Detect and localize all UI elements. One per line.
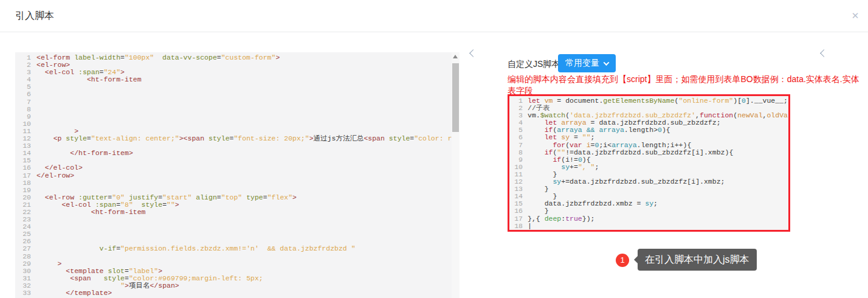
line-number: 6 xyxy=(15,91,31,98)
line-number: 32 xyxy=(15,282,31,289)
close-icon[interactable]: ✕ xyxy=(847,8,863,24)
common-variables-label: 常用变量 xyxy=(565,58,599,69)
code-line: 1let vm = document.getElementsByName("on… xyxy=(509,97,788,105)
line-number: 3 xyxy=(15,69,31,76)
code-line: 14 } xyxy=(509,193,788,200)
line-number: 5 xyxy=(15,83,31,91)
code-line: 6 let sy = ""; xyxy=(509,134,788,141)
line-number: 17 xyxy=(509,215,523,223)
line-number: 30 xyxy=(15,268,31,275)
code-line: 8 if(""!=data.jzbzfrdzbzd.sub_zbzdzfz[i]… xyxy=(509,149,788,156)
code-line: 12 <p style="text-align: center;"><span … xyxy=(15,135,452,142)
code-line: 10 xyxy=(15,120,452,128)
line-number: 8 xyxy=(15,106,31,113)
code-line: 3 <el-col :span="24"> xyxy=(15,69,452,76)
line-number: 14 xyxy=(15,150,31,157)
line-number: 1 xyxy=(509,97,523,105)
code-line: 16 </el-col> xyxy=(15,164,452,172)
line-number: 31 xyxy=(15,275,31,282)
code-line: 32 ">项目名</span> xyxy=(15,282,452,289)
code-line: 6 xyxy=(15,91,452,98)
code-line: 22 <ht-form-item xyxy=(15,209,452,216)
editor-scrollbar[interactable] xyxy=(452,52,460,298)
line-number: 6 xyxy=(509,134,523,141)
annotation-tooltip: 在引入脚本中加入js脚本 xyxy=(638,249,757,271)
line-number: 16 xyxy=(15,164,31,172)
line-number: 11 xyxy=(509,171,523,178)
line-number: 2 xyxy=(509,105,523,112)
step-1-badge: 1 xyxy=(616,254,629,267)
line-number: 7 xyxy=(15,99,31,106)
line-number: 26 xyxy=(15,238,31,245)
line-number: 28 xyxy=(15,253,31,260)
scrollbar-up-arrow-icon[interactable] xyxy=(453,55,458,58)
line-number: 8 xyxy=(509,149,523,156)
code-line: 13 } xyxy=(509,185,788,193)
line-number: 20 xyxy=(15,194,31,201)
page-title: 引入脚本 xyxy=(15,0,54,32)
line-number: 18 xyxy=(509,223,523,230)
line-number: 12 xyxy=(509,178,523,185)
code-line: 5 xyxy=(15,83,452,91)
code-line: 9 xyxy=(15,113,452,120)
line-number: 13 xyxy=(509,185,523,193)
code-line: 31 <span style="color:#969799;margin-lef… xyxy=(15,275,452,282)
collapse-left-panel-icon[interactable] xyxy=(469,49,477,57)
code-line: 27 v-if="permission.fields.zbzdz.xmm!='n… xyxy=(15,245,452,252)
line-number: 16 xyxy=(509,207,523,215)
line-number: 10 xyxy=(15,120,31,128)
code-line: 17},{ deep:true}); xyxy=(509,215,788,223)
code-line: 15 xyxy=(15,157,452,164)
code-line: 12 sy+=data.jzbzfrdzbzd.sub_zbzdzfz[i].x… xyxy=(509,178,788,185)
js-script-editor[interactable]: 1let vm = document.getElementsByName("on… xyxy=(508,94,790,232)
line-number: 3 xyxy=(509,112,523,119)
code-line: 11 > xyxy=(15,128,452,135)
code-line: 24 xyxy=(15,223,452,230)
code-line: 19 xyxy=(15,187,452,194)
line-number: 17 xyxy=(15,172,31,179)
code-line: 15 data.jzbzfrdzbzd.xmbz = sy; xyxy=(509,200,788,207)
line-number: 25 xyxy=(15,230,31,238)
code-line: 18 xyxy=(15,179,452,187)
line-number: 9 xyxy=(509,156,523,164)
code-line: 4 <ht-form-item xyxy=(15,76,452,83)
code-line: 17</el-row> xyxy=(15,172,452,179)
line-number: 1 xyxy=(15,54,31,61)
line-number: 21 xyxy=(15,201,31,209)
line-number: 13 xyxy=(15,142,31,150)
chevron-down-icon xyxy=(604,60,610,66)
collapse-right-panel-icon[interactable] xyxy=(820,49,828,57)
code-line: 4 let arraya = data.jzbzfrdzbzd.sub_zbzd… xyxy=(509,119,788,126)
line-number: 4 xyxy=(509,119,523,126)
code-line: 21 <el-col :span="8" style=""> xyxy=(15,201,452,209)
common-variables-button[interactable]: 常用变量 xyxy=(558,54,616,72)
code-line: 10 sy+=", "; xyxy=(509,164,788,171)
code-line: 7 for(var i=0;i<arraya.length;i++){ xyxy=(509,142,788,149)
line-number: 2 xyxy=(15,61,31,69)
line-number: 4 xyxy=(15,76,31,83)
code-line: 2//子表 xyxy=(509,105,788,112)
line-number: 9 xyxy=(15,113,31,120)
code-line: 9 if(i!=0){ xyxy=(509,156,788,164)
code-line: 18| xyxy=(509,223,788,230)
code-line: 8 xyxy=(15,106,452,113)
line-number: 27 xyxy=(15,245,31,252)
modal-header: 引入脚本 ✕ xyxy=(0,0,868,32)
code-line: 11 } xyxy=(509,171,788,178)
code-line: 3vm.$watch('data.jzbzfrdzbzd.sub_zbzdzfz… xyxy=(509,112,788,119)
template-code-editor[interactable]: 1<el-form label-width="100px" data-vv-sc… xyxy=(15,52,460,298)
line-number: 14 xyxy=(509,193,523,200)
code-line: 5 if(arraya && arraya.length>0){ xyxy=(509,126,788,134)
script-warning-text: 编辑的脚本内容会直接填充到【script】里面；如需使用到表单BO数据例：dat… xyxy=(508,74,867,97)
custom-js-label: 自定义JS脚本 xyxy=(508,59,560,70)
import-script-modal: 引入脚本 ✕ 1<el-form label-width="100px" dat… xyxy=(0,0,868,298)
code-line: 23 xyxy=(15,216,452,223)
code-line: 25 xyxy=(15,230,452,238)
scrollbar-thumb[interactable] xyxy=(452,63,459,132)
line-number: 29 xyxy=(15,260,31,268)
js-code-lines: 1let vm = document.getElementsByName("on… xyxy=(509,97,788,230)
line-number: 33 xyxy=(15,289,31,297)
line-number: 18 xyxy=(15,179,31,187)
code-line: 33 </template> xyxy=(15,289,452,297)
code-line: 2<el-row> xyxy=(15,61,452,69)
